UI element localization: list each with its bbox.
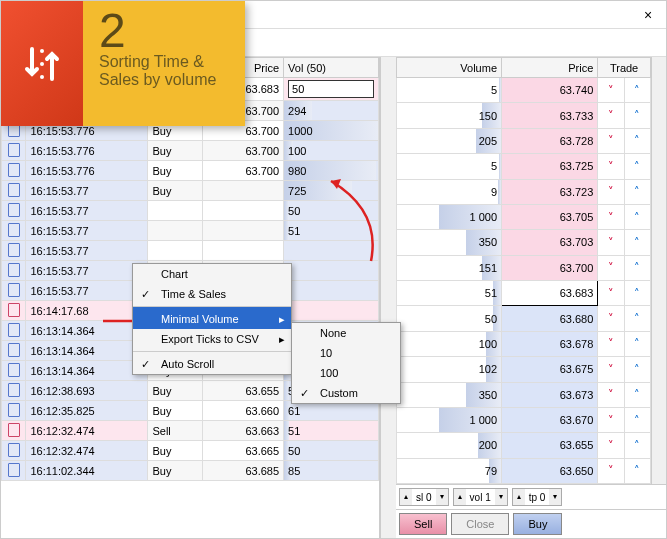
dom-row[interactable]: 963.723˅˄ bbox=[397, 179, 651, 204]
buy-button[interactable]: Buy bbox=[513, 513, 562, 535]
dom-sell-icon[interactable]: ˅ bbox=[598, 407, 624, 432]
dom-buy-icon[interactable]: ˄ bbox=[624, 255, 650, 280]
dom-row[interactable]: 15163.700˅˄ bbox=[397, 255, 651, 280]
menu-chart[interactable]: Chart bbox=[133, 264, 291, 284]
dom-row[interactable]: 10063.678˅˄ bbox=[397, 331, 651, 356]
table-row[interactable]: 16:15:53.7751 bbox=[2, 221, 379, 241]
left-scrollbar[interactable] bbox=[380, 57, 396, 538]
cell-dom-price: 63.670 bbox=[502, 407, 598, 432]
dom-sell-icon[interactable]: ˅ bbox=[598, 204, 624, 229]
cell-time: 16:15:53.77 bbox=[26, 201, 148, 221]
menu-auto-scroll[interactable]: ✓Auto Scroll bbox=[133, 351, 291, 374]
sl-stepper[interactable]: ▴sl 0▾ bbox=[399, 488, 449, 506]
dom-buy-icon[interactable]: ˄ bbox=[624, 306, 650, 331]
row-icon bbox=[8, 403, 20, 417]
cell-time: 16:15:53.776 bbox=[26, 161, 148, 181]
table-row[interactable]: 16:15:53.776Buy63.700100 bbox=[2, 141, 379, 161]
cell-dom-price: 63.733 bbox=[502, 103, 598, 128]
cell-dom-price: 63.703 bbox=[502, 230, 598, 255]
dom-buy-icon[interactable]: ˄ bbox=[624, 230, 650, 255]
table-row[interactable]: 16:11:02.344Buy63.68585 bbox=[2, 461, 379, 481]
table-row[interactable]: 16:12:32.474Buy63.66550 bbox=[2, 441, 379, 461]
dom-row[interactable]: 10263.675˅˄ bbox=[397, 357, 651, 382]
cell-price bbox=[202, 201, 283, 221]
dom-sell-icon[interactable]: ˅ bbox=[598, 458, 624, 483]
table-row[interactable]: 16:12:32.474Sell63.66351 bbox=[2, 421, 379, 441]
dom-row[interactable]: 5163.683˅˄ bbox=[397, 281, 651, 306]
col-volume[interactable]: Volume bbox=[397, 58, 502, 78]
submenu-minimal-volume[interactable]: None 10 100 ✓Custom bbox=[291, 322, 401, 404]
table-row[interactable]: 16:15:53.77Buy725 bbox=[2, 181, 379, 201]
cell-type bbox=[148, 241, 202, 261]
cell-dom-price: 63.675 bbox=[502, 357, 598, 382]
dom-row[interactable]: 563.740˅˄ bbox=[397, 78, 651, 103]
close-icon[interactable]: × bbox=[638, 7, 658, 23]
dom-row[interactable]: 15063.733˅˄ bbox=[397, 103, 651, 128]
chevron-right-icon: ▸ bbox=[279, 313, 285, 326]
dom-buy-icon[interactable]: ˄ bbox=[624, 179, 650, 204]
dom-buy-icon[interactable]: ˄ bbox=[624, 281, 650, 306]
dom-buy-icon[interactable]: ˄ bbox=[624, 103, 650, 128]
dom-buy-icon[interactable]: ˄ bbox=[624, 433, 650, 458]
menu-export-csv[interactable]: Export Ticks to CSV▸ bbox=[133, 329, 291, 349]
close-button[interactable]: Close bbox=[451, 513, 509, 535]
cell-time: 16:13:14.364 bbox=[26, 321, 148, 341]
col-vol[interactable]: Vol (50) bbox=[284, 58, 379, 78]
dom-sell-icon[interactable]: ˅ bbox=[598, 128, 624, 153]
sell-button[interactable]: Sell bbox=[399, 513, 447, 535]
submenu-none[interactable]: None bbox=[292, 323, 400, 343]
vol-filter-input[interactable] bbox=[288, 80, 374, 98]
tp-stepper[interactable]: ▴tp 0▾ bbox=[512, 488, 563, 506]
dom-row[interactable]: 20563.728˅˄ bbox=[397, 128, 651, 153]
cell-dom-vol: 151 bbox=[397, 255, 502, 280]
right-scrollbar[interactable] bbox=[651, 57, 666, 484]
menu-time-sales[interactable]: ✓Time & Sales bbox=[133, 284, 291, 304]
row-icon bbox=[8, 463, 20, 477]
dom-sell-icon[interactable]: ˅ bbox=[598, 281, 624, 306]
table-row[interactable]: 16:15:53.776Buy63.700980 bbox=[2, 161, 379, 181]
cell-dom-vol: 1 000 bbox=[397, 204, 502, 229]
col-price-dom[interactable]: Price bbox=[502, 58, 598, 78]
dom-sell-icon[interactable]: ˅ bbox=[598, 382, 624, 407]
dom-row[interactable]: 5063.680˅˄ bbox=[397, 306, 651, 331]
dom-sell-icon[interactable]: ˅ bbox=[598, 331, 624, 356]
table-row[interactable]: 16:15:53.77 bbox=[2, 241, 379, 261]
dom-row[interactable]: 1 00063.705˅˄ bbox=[397, 204, 651, 229]
cell-dom-vol: 50 bbox=[397, 306, 502, 331]
dom-sell-icon[interactable]: ˅ bbox=[598, 103, 624, 128]
vol-stepper[interactable]: ▴vol 1▾ bbox=[453, 488, 508, 506]
dom-buy-icon[interactable]: ˄ bbox=[624, 78, 650, 103]
dom-buy-icon[interactable]: ˄ bbox=[624, 407, 650, 432]
dom-sell-icon[interactable]: ˅ bbox=[598, 357, 624, 382]
cell-dom-vol: 205 bbox=[397, 128, 502, 153]
cell-time: 16:12:32.474 bbox=[26, 421, 148, 441]
dom-row[interactable]: 35063.703˅˄ bbox=[397, 230, 651, 255]
dom-buy-icon[interactable]: ˄ bbox=[624, 331, 650, 356]
dom-sell-icon[interactable]: ˅ bbox=[598, 255, 624, 280]
dom-sell-icon[interactable]: ˅ bbox=[598, 306, 624, 331]
dom-row[interactable]: 1 00063.670˅˄ bbox=[397, 407, 651, 432]
table-row[interactable]: 16:15:53.7750 bbox=[2, 201, 379, 221]
dom-sell-icon[interactable]: ˅ bbox=[598, 433, 624, 458]
dom-sell-icon[interactable]: ˅ bbox=[598, 78, 624, 103]
context-menu[interactable]: Chart ✓Time & Sales Minimal Volume▸ Expo… bbox=[132, 263, 292, 375]
dom-buy-icon[interactable]: ˄ bbox=[624, 154, 650, 179]
submenu-10[interactable]: 10 bbox=[292, 343, 400, 363]
dom-row[interactable]: 35063.673˅˄ bbox=[397, 382, 651, 407]
dom-sell-icon[interactable]: ˅ bbox=[598, 230, 624, 255]
submenu-custom[interactable]: ✓Custom bbox=[292, 383, 400, 403]
menu-minimal-volume[interactable]: Minimal Volume▸ bbox=[133, 306, 291, 329]
dom-buy-icon[interactable]: ˄ bbox=[624, 128, 650, 153]
submenu-100[interactable]: 100 bbox=[292, 363, 400, 383]
dom-sell-icon[interactable]: ˅ bbox=[598, 179, 624, 204]
dom-sell-icon[interactable]: ˅ bbox=[598, 154, 624, 179]
dom-buy-icon[interactable]: ˄ bbox=[624, 357, 650, 382]
dom-row[interactable]: 7963.650˅˄ bbox=[397, 458, 651, 483]
dom-buy-icon[interactable]: ˄ bbox=[624, 204, 650, 229]
cell-dom-price: 63.650 bbox=[502, 458, 598, 483]
dom-row[interactable]: 20063.655˅˄ bbox=[397, 433, 651, 458]
col-trade[interactable]: Trade bbox=[598, 58, 651, 78]
dom-row[interactable]: 563.725˅˄ bbox=[397, 154, 651, 179]
dom-buy-icon[interactable]: ˄ bbox=[624, 458, 650, 483]
dom-buy-icon[interactable]: ˄ bbox=[624, 382, 650, 407]
